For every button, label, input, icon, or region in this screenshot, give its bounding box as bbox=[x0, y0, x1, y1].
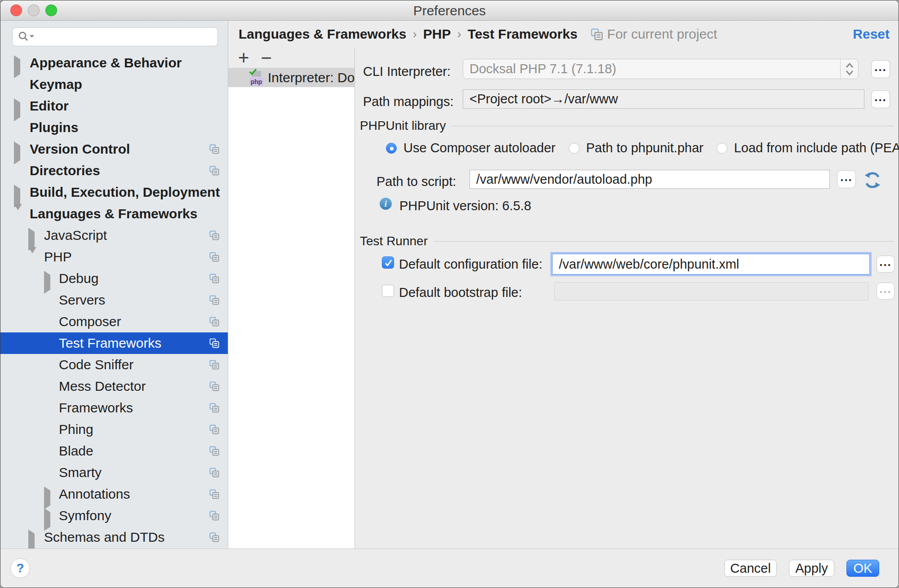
collapse-arrow-icon[interactable] bbox=[28, 253, 35, 261]
sidebar-item-javascript[interactable]: JavaScript bbox=[0, 225, 228, 246]
radio-button-icon[interactable] bbox=[569, 143, 580, 154]
path-mappings-field[interactable]: <Project root>→/var/www bbox=[463, 89, 864, 109]
expand-arrow-icon[interactable] bbox=[14, 59, 21, 66]
default-configuration-file-browse-button[interactable]: ... bbox=[877, 256, 895, 273]
sidebar-item-debug[interactable]: Debug bbox=[0, 268, 228, 289]
sidebar-item-editor[interactable]: Editor bbox=[0, 95, 228, 117]
interpreter-list-toolbar: + − bbox=[228, 48, 354, 68]
expand-arrow-icon[interactable] bbox=[44, 512, 51, 519]
expand-arrow-icon[interactable] bbox=[28, 232, 35, 239]
expand-arrow-icon[interactable] bbox=[44, 275, 51, 282]
path-mappings-browse-button[interactable]: ... bbox=[871, 90, 890, 108]
per-project-icon bbox=[209, 381, 219, 391]
sidebar-item-build-execution-deployment[interactable]: Build, Execution, Deployment bbox=[0, 181, 228, 203]
sidebar-item-code-sniffer[interactable]: Code Sniffer bbox=[0, 354, 228, 376]
sidebar-item-schemas-and-dtds[interactable]: Schemas and DTDs bbox=[0, 526, 228, 548]
interpreter-list-item-label: Interpreter: Dock bbox=[268, 70, 354, 85]
reload-phpunit-version-icon[interactable] bbox=[864, 172, 881, 189]
titlebar: Preferences bbox=[0, 0, 899, 21]
radio-path-to-phpunit-phar[interactable]: Path to phpunit.phar bbox=[569, 141, 704, 155]
per-project-icon bbox=[209, 338, 219, 348]
sidebar-item-keymap[interactable]: Keymap bbox=[0, 74, 228, 95]
search-options-caret-icon bbox=[30, 35, 34, 38]
sidebar-item-smarty[interactable]: Smarty bbox=[0, 462, 228, 483]
expand-arrow-icon[interactable] bbox=[14, 146, 21, 153]
expand-arrow-icon[interactable] bbox=[28, 534, 35, 541]
apply-button[interactable]: Apply bbox=[789, 560, 834, 577]
sidebar-item-servers[interactable]: Servers bbox=[0, 289, 228, 311]
sidebar-item-label: Directories bbox=[30, 163, 100, 178]
per-project-icon bbox=[209, 360, 219, 370]
expand-arrow-icon[interactable] bbox=[14, 189, 21, 196]
preferences-window: Preferences Appearance & BehaviorKeymapE… bbox=[0, 0, 899, 588]
default-bootstrap-file-field bbox=[554, 282, 868, 301]
add-interpreter-button[interactable]: + bbox=[238, 49, 249, 67]
window-title: Preferences bbox=[0, 0, 899, 21]
reset-link[interactable]: Reset bbox=[853, 27, 890, 42]
collapse-arrow-icon[interactable] bbox=[14, 210, 21, 217]
default-bootstrap-file-checkbox[interactable] bbox=[382, 285, 394, 297]
per-project-icon bbox=[209, 403, 219, 413]
cancel-button[interactable]: Cancel bbox=[724, 560, 777, 577]
help-button[interactable]: ? bbox=[10, 558, 30, 578]
sidebar-item-mess-detector[interactable]: Mess Detector bbox=[0, 376, 228, 397]
sidebar-item-composer[interactable]: Composer bbox=[0, 311, 228, 332]
sidebar-item-label: Appearance & Behavior bbox=[30, 55, 182, 71]
per-project-icon bbox=[209, 446, 219, 456]
breadcrumb-segment-languages-frameworks[interactable]: Languages & Frameworks bbox=[239, 27, 406, 42]
sidebar-item-label: Keymap bbox=[30, 77, 82, 92]
path-to-script-browse-button[interactable]: ... bbox=[837, 170, 856, 188]
sidebar-item-blade[interactable]: Blade bbox=[0, 440, 228, 462]
radio-button-icon[interactable] bbox=[386, 143, 397, 154]
sidebar-item-label: Servers bbox=[59, 292, 105, 308]
sidebar-item-php[interactable]: PHP bbox=[0, 246, 228, 268]
search-input[interactable] bbox=[12, 27, 218, 46]
sidebar-item-annotations[interactable]: Annotations bbox=[0, 483, 228, 505]
sidebar-item-frameworks[interactable]: Frameworks bbox=[0, 397, 228, 419]
per-project-icon bbox=[591, 28, 603, 40]
expand-arrow-icon[interactable] bbox=[44, 491, 51, 498]
ok-button[interactable]: OK bbox=[846, 560, 879, 577]
cli-interpreter-select[interactable]: Docksal PHP 7.1 (7.1.18) bbox=[463, 59, 859, 79]
per-project-icon bbox=[209, 252, 219, 262]
radio-button-icon[interactable] bbox=[717, 143, 727, 154]
sidebar-item-phing[interactable]: Phing bbox=[0, 419, 228, 440]
sidebar-item-label: Composer bbox=[59, 314, 121, 329]
per-project-icon bbox=[209, 295, 219, 305]
sidebar-item-label: Blade bbox=[59, 443, 93, 459]
sidebar-item-version-control[interactable]: Version Control bbox=[0, 138, 228, 160]
sidebar-item-label: Code Sniffer bbox=[59, 357, 133, 372]
breadcrumb-segment-test-frameworks[interactable]: Test Frameworks bbox=[468, 27, 578, 42]
per-project-icon bbox=[209, 468, 219, 477]
sidebar-item-plugins[interactable]: Plugins bbox=[0, 117, 228, 138]
radio-load-from-include-path-pear[interactable]: Load from include path (PEAR) bbox=[717, 141, 899, 155]
path-to-script-label: Path to script: bbox=[376, 174, 456, 189]
scope-indicator: For current project bbox=[591, 27, 717, 42]
sidebar-item-languages-frameworks[interactable]: Languages & Frameworks bbox=[0, 203, 228, 225]
sidebar-item-directories[interactable]: Directories bbox=[0, 160, 228, 181]
per-project-icon bbox=[209, 317, 219, 327]
scope-label: For current project bbox=[607, 27, 717, 42]
remove-interpreter-button[interactable]: − bbox=[261, 49, 272, 67]
path-to-script-field[interactable]: /var/www/vendor/autoload.php bbox=[469, 170, 830, 189]
select-stepper-icon[interactable] bbox=[840, 59, 858, 79]
default-configuration-file-field[interactable]: /var/www/web/core/phpunit.xml bbox=[552, 254, 870, 274]
sidebar-item-label: Mess Detector bbox=[59, 379, 146, 394]
default-configuration-file-checkbox[interactable] bbox=[382, 256, 394, 269]
sidebar-item-label: Languages & Frameworks bbox=[30, 206, 197, 221]
radio-use-composer-autoloader[interactable]: Use Composer autoloader bbox=[386, 141, 556, 155]
settings-tree: Appearance & BehaviorKeymapEditorPlugins… bbox=[0, 52, 228, 548]
interpreter-list-panel: + − php Interpreter: Dock bbox=[228, 48, 355, 548]
sidebar-item-appearance-behavior[interactable]: Appearance & Behavior bbox=[0, 52, 228, 74]
test-frameworks-form: CLI Interpreter: Docksal PHP 7.1 (7.1.18… bbox=[355, 48, 899, 548]
cli-interpreter-browse-button[interactable]: ... bbox=[871, 60, 890, 78]
sidebar-item-test-frameworks[interactable]: Test Frameworks bbox=[0, 332, 228, 354]
test-runner-section: Test Runner bbox=[360, 234, 894, 248]
default-configuration-file-label: Default configuration file: bbox=[399, 257, 542, 272]
expand-arrow-icon[interactable] bbox=[14, 102, 21, 110]
breadcrumb-segment-php[interactable]: PHP bbox=[423, 27, 451, 42]
radio-label: Path to phpunit.phar bbox=[586, 141, 704, 155]
per-project-icon bbox=[209, 511, 219, 521]
interpreter-list-item[interactable]: php Interpreter: Dock bbox=[228, 68, 354, 87]
sidebar-item-symfony[interactable]: Symfony bbox=[0, 505, 228, 526]
